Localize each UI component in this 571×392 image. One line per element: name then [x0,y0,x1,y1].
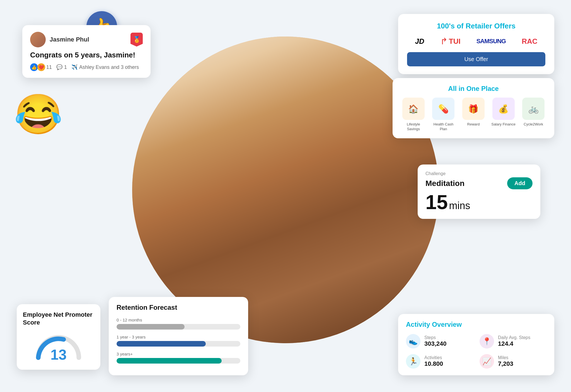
retention-label-12months: 0 - 12 months [117,318,240,322]
retailers-title: 100's of Retailer Offers [407,22,545,30]
activities-metric: Activities [424,355,443,360]
miles-value: 7,203 [498,360,513,367]
congrats-header: Jasmine Phul 🏅 [30,32,143,47]
retention-bar-bg-1to3: 100 [117,341,240,347]
jd-logo: JD [415,37,424,46]
lifestyle-label: Lifestyle Savings [401,122,426,132]
cycle-label: Cycle2Work [524,122,543,127]
reward-icon: 🎁 [462,98,485,120]
health-label: Health Cash Plan [431,122,456,132]
meditation-card: Challenge Meditation Add 15 mins [418,164,540,219]
benefit-lifestyle: 🏠 Lifestyle Savings [401,98,426,132]
retention-bar-bg-12months [117,324,240,330]
activity-daily-avg: 📍 Daily Avg. Steps 124.4 [480,334,546,349]
challenge-name: Meditation [425,179,464,188]
share-section: ✈️ Ashley Evans and 3 others [71,64,139,70]
meditation-time: 15 [425,191,448,213]
retention-row-12months: 0 - 12 months [117,318,240,330]
benefit-reward: 🎁 Reward [461,98,486,132]
reward-label: Reward [467,122,480,127]
gauge-container: 13 [31,332,86,363]
retention-label-3plus: 3 years+ [117,352,240,356]
activities-value: 10.800 [424,360,443,367]
daily-avg-value: 124.4 [498,340,530,347]
congrats-footer: 👍 ❤️ 11 💬 1 ✈️ Ashley Evans and 3 others [30,63,143,71]
activity-activities: 🏃 Activities 10.800 [406,354,473,369]
retention-row-3plus: 3 years+ [117,352,240,364]
activity-grid: 👟 Steps 303,240 📍 Daily Avg. Steps 124.4… [406,334,546,369]
heart-icon: ❤️ [37,63,45,71]
congrats-card: Jasmine Phul 🏅 Congrats on 5 years, Jasm… [22,25,151,78]
tui-logo: ↱ TUI [440,36,461,47]
activities-info: Activities 10.800 [424,355,443,367]
nps-score: 13 [50,346,67,363]
tui-text: TUI [449,37,461,46]
retention-title: Retention Forecast [117,304,240,311]
reaction-icons: 👍 ❤️ 11 [30,63,52,71]
activity-overview-card: Activity Overview 👟 Steps 303,240 📍 Dail… [398,314,554,375]
benefit-cycle: 🚲 Cycle2Work [521,98,546,132]
avatar [30,32,46,47]
user-name: Jasmine Phul [50,36,89,43]
steps-info: Steps 303,240 [424,335,447,347]
salary-icon: 💰 [492,98,515,120]
use-offer-button[interactable]: Use Offer [407,52,545,66]
retention-label-1to3: 1 year - 3 years [117,335,240,339]
laugh-emoji-icon: 😂 [14,95,59,139]
retailer-logos: JD ↱ TUI SAMSUNG RAC [407,36,545,47]
all-in-one-title: All in One Place [400,85,546,93]
lifestyle-icon: 🏠 [402,98,425,120]
meditation-unit: mins [449,200,470,211]
retention-bar-bg-3plus [117,358,240,364]
benefit-icons: 🏠 Lifestyle Savings 💊 Health Cash Plan 🎁… [400,98,546,132]
miles-metric: Miles [498,355,513,360]
miles-icon: 📈 [480,354,494,369]
retention-card: Retention Forecast 0 - 12 months 1 year … [109,297,248,375]
activities-icon: 🏃 [406,354,420,369]
retention-bar-12months [117,324,185,330]
all-in-one-card: All in One Place 🏠 Lifestyle Savings 💊 H… [393,78,554,138]
steps-value: 303,240 [424,340,447,347]
challenge-header: Meditation Add [425,177,533,189]
benefit-health: 💊 Health Cash Plan [431,98,456,132]
award-badge-icon: 🏅 [130,33,143,47]
benefit-salary: 💰 Salary Finance [491,98,516,132]
like-icon: 👍 [30,63,38,71]
challenge-label: Challenge [425,171,533,176]
retention-bar-1to3 [117,341,206,347]
health-icon: 💊 [432,98,454,120]
nps-card: Employee Net Promoter Score 13 [17,304,100,370]
steps-metric: Steps [424,335,447,340]
retention-row-1to3: 1 year - 3 years 100 [117,335,240,347]
rac-logo: RAC [522,37,537,46]
steps-icon: 👟 [406,334,420,349]
daily-avg-metric: Daily Avg. Steps [498,335,530,340]
comment-icon: 💬 [56,64,62,70]
congrats-message: Congrats on 5 years, Jasmine! [30,51,143,59]
share-icon: ✈️ [71,64,78,70]
daily-avg-icon: 📍 [480,334,494,349]
comments-count: 1 [64,64,67,70]
samsung-logo: SAMSUNG [476,38,506,45]
share-text: Ashley Evans and 3 others [79,64,139,70]
nps-title: Employee Net Promoter Score [23,311,94,327]
meditation-time-display: 15 mins [425,192,533,212]
activity-miles: 📈 Miles 7,203 [480,354,546,369]
activity-steps: 👟 Steps 303,240 [406,334,473,349]
add-challenge-button[interactable]: Add [507,177,533,189]
cycle-icon: 🚲 [522,98,545,120]
daily-avg-info: Daily Avg. Steps 124.4 [498,335,530,347]
tui-arrow-icon: ↱ [440,36,448,47]
retention-bar-3plus [117,358,222,364]
likes-count: 11 [46,64,52,70]
comment-section: 💬 1 [56,64,67,70]
activity-title: Activity Overview [406,321,546,328]
retailers-card: 100's of Retailer Offers JD ↱ TUI SAMSUN… [398,14,554,74]
miles-info: Miles 7,203 [498,355,513,367]
salary-label: Salary Finance [491,122,516,127]
